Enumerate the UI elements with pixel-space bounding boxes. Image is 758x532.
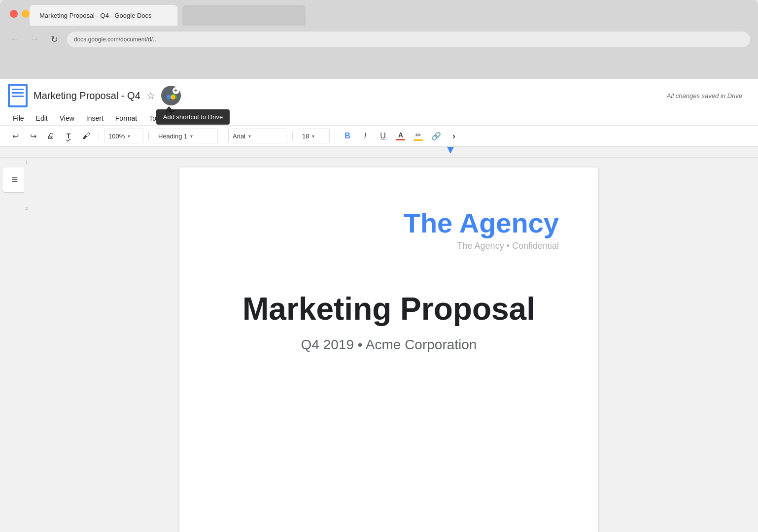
menu-edit[interactable]: Edit (31, 111, 53, 125)
menu-file[interactable]: File (8, 111, 29, 125)
sidebar-ruler: 1 2 (24, 158, 30, 532)
heading-chevron-icon: ▾ (190, 133, 193, 139)
sidebar: ≡ 1 2 (0, 158, 30, 532)
docs-title-row: Marketing Proposal - Q4 ☆ + Add shortcut… (8, 84, 750, 107)
menu-insert[interactable]: Insert (81, 111, 108, 125)
menu-bar: File Edit View Insert Format Tools Add-o… (8, 109, 750, 125)
bold-icon: B (345, 132, 350, 140)
underline-button[interactable]: U (376, 129, 390, 143)
text-color-a-label: A (398, 132, 403, 138)
paint-format-button[interactable]: 🖌 (79, 129, 94, 143)
document-page: The Agency The Agency • Confidential Mar… (179, 167, 598, 532)
agency-sub: The Agency • Confidential (219, 241, 559, 251)
document-subtitle: Q4 2019 • Acme Corporation (219, 337, 559, 353)
active-tab-label: Marketing Proposal - Q4 - Google Docs (39, 12, 152, 19)
back-button[interactable]: ← (8, 33, 22, 46)
font-size-value: 18 (302, 133, 309, 140)
link-icon: 🔗 (431, 132, 441, 141)
inactive-tab[interactable] (182, 5, 306, 26)
separator-3 (223, 131, 223, 141)
print-button[interactable]: 🖨 (43, 129, 58, 143)
agency-name: The Agency (219, 207, 559, 239)
font-chevron-icon: ▾ (248, 133, 251, 139)
more-icon: › (452, 131, 455, 141)
redo-button[interactable]: ↪ (26, 129, 40, 143)
separator-2 (148, 131, 149, 141)
document-area: ≡ 1 2 The Agency The Agency • Confidenti… (0, 158, 758, 532)
drive-button[interactable]: + (161, 86, 181, 105)
highlight-color-bar (414, 139, 423, 141)
ruler-inner (143, 147, 758, 157)
highlight-icon: ✏ (415, 131, 421, 139)
menu-format[interactable]: Format (110, 111, 142, 125)
cursor-hand-icon: ☞ (165, 106, 175, 119)
italic-button[interactable]: I (358, 129, 373, 143)
separator-5 (335, 131, 335, 141)
tabs-bar: Marketing Proposal - Q4 - Google Docs (30, 0, 758, 26)
reload-button[interactable]: ↻ (47, 33, 61, 46)
size-chevron-icon: ▾ (312, 133, 314, 139)
drive-button-container: + Add shortcut to Drive ☞ (161, 86, 181, 105)
heading-style-select[interactable]: Heading 1 ▾ (154, 129, 218, 143)
highlight-button[interactable]: ✏ (411, 129, 426, 143)
menu-view[interactable]: View (55, 111, 79, 125)
docs-icon (8, 84, 28, 107)
drive-circle-yellow (171, 95, 175, 100)
document-title[interactable]: Marketing Proposal - Q4 (34, 90, 140, 101)
all-changes-status: All changes saved in Drive (667, 92, 742, 100)
heading-style-value: Heading 1 (158, 133, 187, 140)
page-container: The Agency The Agency • Confidential Mar… (30, 158, 758, 532)
spelling-button[interactable]: T (61, 129, 76, 143)
drive-plus-icon: + (172, 87, 179, 94)
text-color-bar (396, 139, 405, 140)
zoom-value: 100% (108, 133, 125, 140)
star-icon[interactable]: ☆ (146, 90, 155, 101)
forward-button[interactable]: → (28, 33, 41, 46)
nav-bar: ← → ↻ docs.google.com/document/d/... (0, 26, 758, 53)
text-color-button[interactable]: A (393, 129, 408, 143)
active-tab[interactable]: Marketing Proposal - Q4 - Google Docs (30, 5, 177, 26)
outline-icon: ≡ (12, 173, 18, 186)
content-area: Marketing Proposal - Q4 ☆ + Add shortcut… (0, 79, 758, 532)
ruler (0, 147, 758, 158)
undo-button[interactable]: ↩ (8, 129, 23, 143)
font-size-select[interactable]: 18 ▾ (298, 129, 330, 143)
font-value: Arial (233, 133, 245, 140)
document-main-title: Marketing Proposal (219, 291, 559, 327)
separator-4 (292, 131, 293, 141)
zoom-chevron-icon: ▾ (128, 133, 130, 139)
italic-icon: I (364, 132, 366, 140)
separator-1 (99, 131, 99, 141)
minimize-button[interactable] (22, 10, 30, 18)
zoom-select[interactable]: 100% ▾ (104, 129, 143, 143)
font-select[interactable]: Arial ▾ (228, 129, 287, 143)
link-button[interactable]: 🔗 (429, 129, 444, 143)
bold-button[interactable]: B (340, 129, 355, 143)
underline-icon: U (380, 132, 386, 140)
ruler-marker (447, 147, 454, 154)
close-button[interactable] (10, 10, 18, 18)
docs-header: Marketing Proposal - Q4 ☆ + Add shortcut… (0, 79, 758, 126)
docs-icon-lines (12, 89, 24, 97)
more-toolbar-button[interactable]: › (447, 129, 461, 143)
toolbar: ↩ ↪ 🖨 T 🖌 100% ▾ Heading 1 ▾ Arial (0, 126, 758, 147)
address-bar[interactable]: docs.google.com/document/d/... (67, 32, 750, 47)
